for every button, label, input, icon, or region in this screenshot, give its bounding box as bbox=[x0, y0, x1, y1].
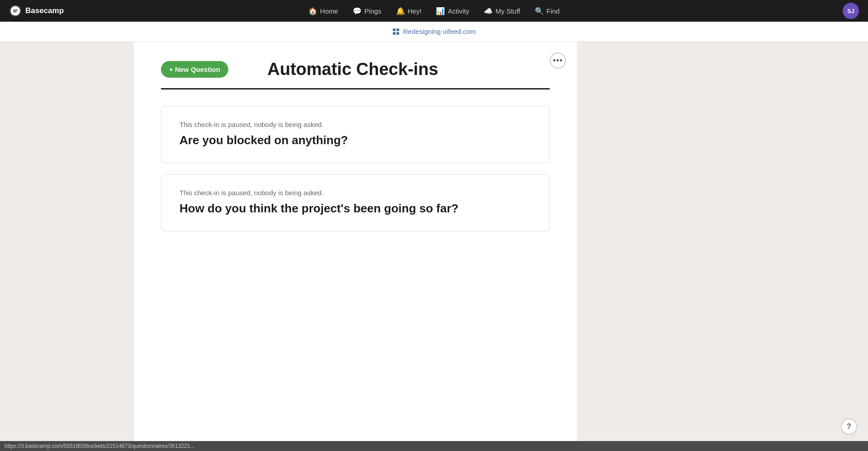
status-url: https://3.basecamp.com/5031803/buckets/2… bbox=[5, 443, 194, 449]
nav-items: 🏠 Home 💬 Pings 🔔 Hey! 📊 Activity ☁️ My S… bbox=[302, 4, 566, 18]
checkin-question-1: Are you blocked on anything? bbox=[179, 133, 531, 148]
logo-text: Basecamp bbox=[25, 6, 64, 15]
checkin-cards: This check-in is paused, nobody is being… bbox=[161, 106, 550, 231]
hey-icon: 🔔 bbox=[396, 7, 405, 15]
checkin-status-2: This check-in is paused, nobody is being… bbox=[179, 189, 531, 197]
checkin-question-2: How do you think the project's been goin… bbox=[179, 201, 531, 216]
nav-find[interactable]: 🔍 Find bbox=[528, 4, 566, 18]
find-icon: 🔍 bbox=[535, 7, 544, 15]
page-header: + New Question Automatic Check-ins bbox=[161, 60, 550, 89]
new-question-label: + New Question bbox=[169, 66, 220, 73]
project-link[interactable]: Redesigning uifeed.com bbox=[392, 28, 476, 35]
help-icon: ? bbox=[847, 423, 851, 431]
status-bar: https://3.basecamp.com/5031803/buckets/2… bbox=[0, 441, 868, 451]
svg-rect-4 bbox=[396, 32, 399, 35]
svg-rect-1 bbox=[393, 28, 396, 31]
nav-pings-label: Pings bbox=[364, 7, 382, 15]
pings-icon: 💬 bbox=[353, 7, 362, 15]
checkin-status-1: This check-in is paused, nobody is being… bbox=[179, 121, 531, 128]
main-layout: ••• + New Question Automatic Check-ins T… bbox=[0, 42, 868, 448]
my-stuff-icon: ☁️ bbox=[484, 7, 493, 15]
svg-rect-3 bbox=[393, 32, 396, 35]
nav-activity[interactable]: 📊 Activity bbox=[429, 4, 476, 18]
page-title: Automatic Check-ins bbox=[228, 60, 477, 79]
content-panel: ••• + New Question Automatic Check-ins T… bbox=[134, 42, 577, 448]
nav-home-label: Home bbox=[320, 7, 338, 15]
avatar[interactable]: SJ bbox=[843, 3, 859, 19]
nav-my-stuff-label: My Stuff bbox=[495, 7, 520, 15]
nav-pings[interactable]: 💬 Pings bbox=[346, 4, 388, 18]
activity-icon: 📊 bbox=[436, 7, 445, 15]
avatar-initials: SJ bbox=[847, 8, 854, 14]
project-link-text: Redesigning uifeed.com bbox=[403, 28, 476, 35]
top-nav: Basecamp 🏠 Home 💬 Pings 🔔 Hey! 📊 Activit… bbox=[0, 0, 868, 22]
nav-hey-label: Hey! bbox=[408, 7, 422, 15]
nav-activity-label: Activity bbox=[448, 7, 469, 15]
checkin-card-2[interactable]: This check-in is paused, nobody is being… bbox=[161, 174, 550, 231]
grid-icon bbox=[392, 28, 400, 35]
more-menu-button[interactable]: ••• bbox=[550, 52, 566, 69]
logo[interactable]: Basecamp bbox=[9, 5, 64, 17]
left-sidebar bbox=[0, 42, 134, 448]
checkin-card-1[interactable]: This check-in is paused, nobody is being… bbox=[161, 106, 550, 163]
nav-find-label: Find bbox=[547, 7, 560, 15]
nav-my-stuff[interactable]: ☁️ My Stuff bbox=[477, 4, 527, 18]
more-menu-icon: ••• bbox=[553, 56, 563, 66]
svg-rect-2 bbox=[396, 28, 399, 31]
project-bar: Redesigning uifeed.com bbox=[0, 22, 868, 42]
nav-home[interactable]: 🏠 Home bbox=[302, 4, 344, 18]
new-question-button[interactable]: + New Question bbox=[161, 61, 228, 78]
nav-hey[interactable]: 🔔 Hey! bbox=[390, 4, 428, 18]
home-icon: 🏠 bbox=[308, 7, 317, 15]
help-button[interactable]: ? bbox=[841, 418, 857, 435]
